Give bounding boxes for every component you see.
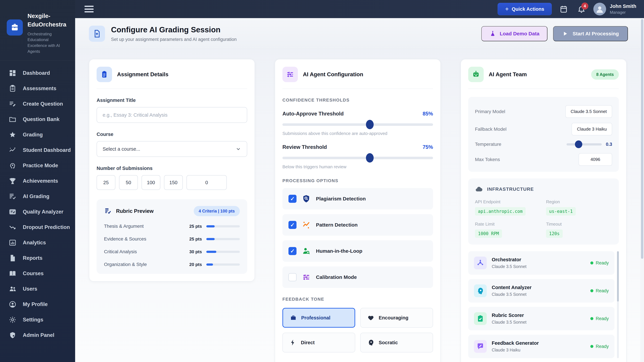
- sidebar-item-dashboard[interactable]: Dashboard: [0, 65, 75, 81]
- card-check-icon: [9, 208, 16, 216]
- topbar: + Quick Actions 4 John Smith Manager: [75, 0, 644, 18]
- agent-orchestrator[interactable]: OrchestratorClaude 3.5 Sonnet Ready: [468, 251, 614, 275]
- robot-icon: [468, 67, 484, 82]
- quick-actions-button[interactable]: + Quick Actions: [498, 3, 552, 15]
- agent-content-analyzer[interactable]: Content AnalyzerClaude 3.5 Sonnet Ready: [468, 279, 614, 303]
- sidebar-item-courses[interactable]: Courses: [0, 266, 75, 281]
- assignment-title-input[interactable]: e.g., Essay 3: Critical Analysis: [96, 107, 247, 123]
- tone-socratic[interactable]: Socratic: [360, 333, 433, 353]
- slider-thumb[interactable]: [366, 120, 374, 129]
- heart-icon: [367, 314, 374, 321]
- auto-approve-slider[interactable]: [282, 120, 433, 129]
- sidebar-item-quality-analyzer[interactable]: Quality Analyzer: [0, 204, 75, 220]
- user-menu[interactable]: John Smith Manager: [593, 3, 636, 15]
- temperature-value: 0.3: [606, 142, 612, 147]
- sidebar-item-users[interactable]: Users: [0, 281, 75, 297]
- preset-50-button[interactable]: 50: [119, 175, 138, 190]
- calendar-button[interactable]: [558, 3, 570, 15]
- tone-professional[interactable]: Professional: [282, 308, 355, 328]
- sidebar-item-student-dashboard[interactable]: Student Dashboard: [0, 142, 75, 158]
- assignment-details-card: Assignment Details Assignment Title e.g.…: [89, 59, 255, 282]
- calibration-sliders-icon: [302, 273, 310, 282]
- lightning-icon: [290, 339, 296, 346]
- checkbox-checked[interactable]: ✓: [288, 247, 296, 255]
- agents-count-badge: 8 Agents: [591, 69, 619, 80]
- avatar: [593, 3, 606, 15]
- temperature-slider[interactable]: [566, 140, 602, 148]
- option-pattern-detection[interactable]: ✓ Pattern Detection: [282, 214, 433, 236]
- preset-150-button[interactable]: 150: [164, 175, 183, 190]
- card-title: Assignment Details: [117, 71, 168, 78]
- rubric-badge: 4 Criteria | 100 pts: [194, 206, 240, 216]
- course-select[interactable]: Select a course...: [96, 141, 247, 157]
- page-subtitle: Set up your assignment parameters and AI…: [111, 37, 237, 42]
- sidebar-item-practice-mode[interactable]: Practice Mode: [0, 158, 75, 173]
- agent-list: OrchestratorClaude 3.5 Sonnet Ready Cont…: [468, 251, 619, 358]
- confidence-thresholds-label: CONFIDENCE THRESHOLDS: [282, 97, 433, 103]
- app-tagline: Orchestrating Educational Excellence wit…: [28, 31, 68, 54]
- hamburger-menu-icon[interactable]: [84, 6, 94, 12]
- sidebar-item-my-profile[interactable]: My Profile: [0, 297, 75, 312]
- sidebar-item-settings[interactable]: Settings: [0, 312, 75, 328]
- scrollbar-thumb[interactable]: [617, 251, 619, 302]
- agent-list-scrollbar[interactable]: [617, 251, 619, 358]
- sidebar-item-analytics[interactable]: Analytics: [0, 235, 75, 250]
- sidebar-item-reports[interactable]: Reports: [0, 250, 75, 266]
- notifications-button[interactable]: 4: [576, 3, 587, 15]
- briefcase-logo-icon: [7, 19, 23, 35]
- sidebar-item-admin-panel[interactable]: Admin Panel: [0, 328, 75, 343]
- slider-thumb[interactable]: [366, 153, 374, 163]
- tone-encouraging[interactable]: Encouraging: [360, 308, 433, 328]
- preset-100-button[interactable]: 100: [142, 175, 160, 190]
- option-human-in-the-loop[interactable]: ✓ Human-in-the-Loop: [282, 240, 433, 262]
- primary-model-select[interactable]: Claude 3.5 Sonnet: [565, 105, 612, 118]
- app-logo: Nexgile-EduOrchestra Orchestrating Educa…: [0, 0, 75, 61]
- load-demo-data-button[interactable]: Load Demo Data: [481, 26, 548, 41]
- sidebar-item-achievements[interactable]: Achievements: [0, 173, 75, 189]
- head-gear-icon: [9, 162, 16, 169]
- sidebar-item-grading[interactable]: Grading: [0, 127, 75, 142]
- gear-icon: [9, 316, 16, 324]
- status-dot: [590, 345, 593, 348]
- trend-down-icon: [9, 223, 16, 231]
- agent-rubric-scorer[interactable]: Rubric ScorerClaude 3.5 Sonnet Ready: [468, 307, 614, 330]
- status-dot: [590, 317, 593, 320]
- scrollbar-thumb[interactable]: [641, 19, 643, 259]
- status-dot: [590, 261, 593, 265]
- sidebar-item-dropout-prediction[interactable]: Dropout Prediction: [0, 220, 75, 235]
- auto-approve-caption: Submissions above this confidence are au…: [282, 131, 433, 136]
- max-tokens-input[interactable]: 4096: [578, 153, 612, 166]
- rubric-bar: [206, 251, 240, 253]
- sidebar-item-assessments[interactable]: Assessments: [0, 81, 75, 96]
- rubric-bar: [206, 238, 240, 240]
- tone-direct[interactable]: Direct: [282, 333, 355, 353]
- agent-feedback-generator[interactable]: Feedback GeneratorClaude 3 Haiku Ready: [468, 335, 614, 358]
- rubric-list-icon: [104, 207, 112, 215]
- page-scrollbar[interactable]: [640, 18, 644, 362]
- option-plagiarism-detection[interactable]: ✓ Plagiarism Detection: [282, 188, 433, 210]
- card-title: AI Agent Configuration: [303, 71, 363, 78]
- preset-25-button[interactable]: 25: [96, 175, 116, 190]
- checkbox-checked[interactable]: ✓: [288, 221, 296, 229]
- submissions-count-input[interactable]: 0: [186, 175, 227, 190]
- sidebar-item-question-bank[interactable]: Question Bank: [0, 112, 75, 127]
- slider-thumb[interactable]: [575, 140, 582, 148]
- page-header: Configure AI Grading Session Set up your…: [75, 18, 644, 49]
- agent-status: Ready: [590, 344, 609, 349]
- checkbox-unchecked[interactable]: [288, 273, 296, 281]
- chat-pencil-icon: [474, 340, 487, 353]
- rubric-row: Evidence & Sources 25 pts: [104, 236, 240, 242]
- sidebar-item-ai-grading[interactable]: AI Grading: [0, 189, 75, 204]
- head-gear-cyan-icon: [474, 284, 487, 297]
- star-icon: [9, 131, 16, 139]
- fallback-model-select[interactable]: Claude 3 Haiku: [572, 123, 612, 135]
- checkbox-checked[interactable]: ✓: [288, 195, 296, 203]
- sidebar-item-create-question[interactable]: Create Question: [0, 96, 75, 112]
- review-threshold-slider[interactable]: [282, 153, 433, 163]
- rubric-row: Organization & Style 20 pts: [104, 262, 240, 267]
- start-ai-processing-button[interactable]: Start AI Processing: [553, 26, 628, 41]
- clipboard-blue-icon: [96, 67, 112, 82]
- play-icon: [562, 31, 568, 37]
- network-icon: [474, 257, 487, 269]
- option-calibration-mode[interactable]: Calibration Mode: [282, 267, 433, 288]
